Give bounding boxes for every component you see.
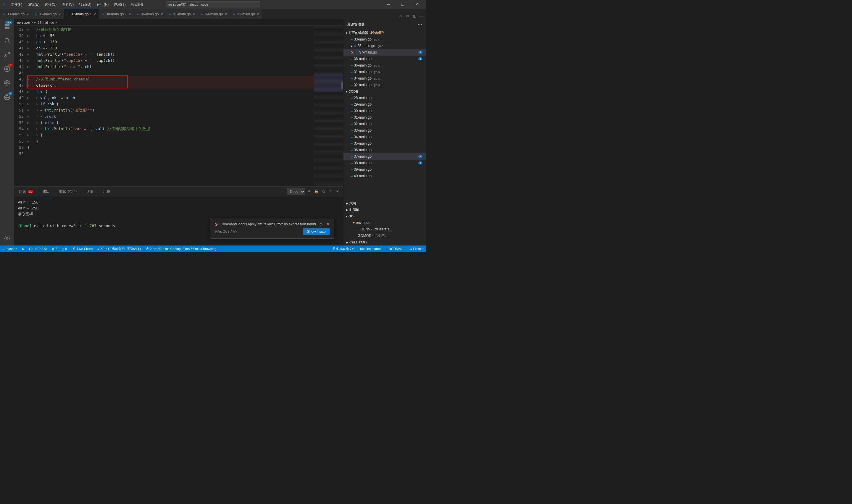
activity-extensions[interactable] xyxy=(0,76,14,90)
tab-36-main[interactable]: ∞ 36-main.go × xyxy=(134,9,166,19)
git-branch-item[interactable]: ⑂ master* xyxy=(0,246,19,252)
breadcrumb: go-super > ∞ 37-main.go > xyxy=(14,19,343,26)
breadcrumb-root[interactable]: go-super xyxy=(17,21,30,24)
sidebar-code-28[interactable]: ∞ 28-main.go xyxy=(343,95,426,101)
go-section[interactable]: ▾ GO xyxy=(343,213,426,219)
tab-34-main[interactable]: ∞ 34-main.go × xyxy=(198,9,230,19)
tab-32-main[interactable]: ∞ 32-main.go × xyxy=(231,9,262,19)
sidebar-code-35[interactable]: ∞ 35-main.go xyxy=(343,140,426,147)
sidebar-code-31[interactable]: ∞ 31-main.go xyxy=(343,114,426,121)
tab-37-main[interactable]: ∞ 37-main.go 1 × xyxy=(64,9,99,19)
sidebar-file-34[interactable]: ∞ 34-main.go go-s... xyxy=(343,75,426,82)
code-section-header[interactable]: ▾ CODE xyxy=(343,88,426,95)
panel-tab-terminal[interactable]: 终端 xyxy=(81,187,98,197)
breadcrumb-file[interactable]: 37-main.go xyxy=(38,21,54,24)
sidebar-code-34[interactable]: ∞ 34-main.go xyxy=(343,134,426,140)
xplot-item[interactable]: ≡ XPLOT 当前分组: 所有(ALL) xyxy=(95,246,143,252)
sidebar-code-39[interactable]: ∞ 39-main.go xyxy=(343,166,426,173)
split-btn[interactable]: ⧉ xyxy=(404,13,411,19)
close-btn[interactable]: ✕ xyxy=(410,0,424,9)
tab-35-main[interactable]: ∞ 35-main.go × xyxy=(32,9,64,19)
tab-31-main[interactable]: ∞ 31-main.go × xyxy=(166,9,198,19)
dot-modified: ● xyxy=(350,44,352,48)
menu-view[interactable]: 查看(V) xyxy=(59,1,76,8)
tab-close-btn[interactable]: × xyxy=(26,12,29,16)
panel-list-btn[interactable]: ≡ xyxy=(306,188,312,195)
sidebar-file-37[interactable]: ✕ ∞ 37-main.go 1 xyxy=(343,49,426,56)
menu-help[interactable]: 帮助(H) xyxy=(129,1,146,8)
menu-edit[interactable]: 编辑(E) xyxy=(25,1,42,8)
code-content[interactable]: ▷ //继续批量存储数据 ▷ ch <- 50 ▷ ch <- 150 ▷ ch… xyxy=(26,26,313,186)
sidebar-code-40[interactable]: ∞ 40-main.go xyxy=(343,173,426,179)
panel-lock-btn[interactable]: 🔒 xyxy=(313,188,320,195)
sidebar-file-31[interactable]: ∞ 31-main.go go-s... xyxy=(343,69,426,75)
panel-up-btn[interactable]: ∧ xyxy=(327,188,334,195)
activity-explorer[interactable]: 1K+ xyxy=(0,19,14,33)
run-btn[interactable]: ▷ xyxy=(397,13,403,19)
sidebar-file-35[interactable]: ● ∞ 35-main.go go-s... xyxy=(343,42,426,49)
layout-btn[interactable]: ◫ xyxy=(411,13,418,19)
tab-close-btn[interactable]: × xyxy=(93,12,96,16)
menu-file[interactable]: 文件(F) xyxy=(8,1,24,8)
tab-close-btn[interactable]: × xyxy=(128,12,131,16)
minimize-btn[interactable]: — xyxy=(382,0,395,9)
panel-tab-debug[interactable]: 调试控制台 xyxy=(54,187,81,197)
coding-time-item[interactable]: ⏱ 2 hrs 42 mins Coding, 2 hrs 36 mins Br… xyxy=(144,246,219,252)
tab-38-main[interactable]: ∞ 38-main.go 1 × xyxy=(99,9,134,19)
show-trace-button[interactable]: Show Trace xyxy=(303,228,330,235)
sidebar-code-37[interactable]: ∞ 37-main.go 1 xyxy=(343,153,426,160)
menu-terminal[interactable]: 终端(T) xyxy=(111,1,128,8)
tab-close-btn[interactable]: × xyxy=(193,12,195,16)
local-file-item[interactable]: 只支持本地文件 xyxy=(330,246,358,252)
sidebar-file-36[interactable]: ∞ 36-main.go go-s... xyxy=(343,62,426,69)
sidebar-file-32[interactable]: ∞ 32-main.go go-s... xyxy=(343,82,426,88)
tab-close-btn[interactable]: × xyxy=(257,12,259,16)
menu-select[interactable]: 选择(S) xyxy=(42,1,59,8)
panel-tab-comments[interactable]: 注释 xyxy=(98,187,115,197)
activity-settings[interactable] xyxy=(0,231,14,246)
sync-item[interactable]: ↻ xyxy=(19,246,26,252)
activity-search[interactable] xyxy=(0,33,14,48)
tab-33-main[interactable]: ∞ 33-main.go × xyxy=(0,9,32,19)
sidebar-code-32[interactable]: ∞ 32-main.go xyxy=(343,121,426,127)
menu-run[interactable]: 运行(R) xyxy=(94,1,111,8)
panel-close-btn[interactable]: ✕ xyxy=(334,188,341,195)
sidebar-file-33[interactable]: ∞ 33-main.go go-s... xyxy=(343,36,426,42)
cell-tags-section[interactable]: ▶ CELL TAGS xyxy=(343,239,426,246)
sidebar-code-38[interactable]: ∞ 38-main.go 1 xyxy=(343,160,426,166)
tab-close-btn[interactable]: × xyxy=(224,12,227,16)
maximize-btn[interactable]: ❐ xyxy=(396,0,410,9)
tab-close-btn[interactable]: × xyxy=(58,12,61,16)
timeline-section[interactable]: ▶ 时间轴 xyxy=(343,206,426,213)
open-editors-section[interactable]: ▾ 打开的编辑器 2个未保存 xyxy=(343,30,426,36)
errors-item[interactable]: ⊗ 2 xyxy=(49,246,59,252)
panel-tab-output[interactable]: 输出 xyxy=(38,187,54,197)
sidebar-code-30[interactable]: ∞ 30-main.go xyxy=(343,108,426,114)
scrollbar-thumb[interactable] xyxy=(341,82,343,89)
more-btn[interactable]: ··· xyxy=(418,13,425,19)
menu-goto[interactable]: 转到(G) xyxy=(77,1,93,8)
output-source-dropdown[interactable]: Code xyxy=(287,188,305,195)
sidebar-code-29[interactable]: ∞ 29-main.go xyxy=(343,101,426,108)
tabnine-item[interactable]: tabnine starter xyxy=(358,246,383,252)
outline-section[interactable]: ▶ 大纲 xyxy=(343,200,426,206)
notification-close-btn[interactable]: ✕ xyxy=(326,222,330,227)
sidebar-code-36[interactable]: ∞ 36-main.go xyxy=(343,147,426,153)
sidebar-code-33[interactable]: ∞ 33-main.go xyxy=(343,127,426,134)
panel-tab-problems[interactable]: 问题 11 xyxy=(14,187,38,197)
notification-settings-btn[interactable]: ⚙ xyxy=(319,222,323,227)
activity-debug[interactable]: 3 xyxy=(0,62,14,76)
live-share-item[interactable]: ⚡ Live Share xyxy=(70,246,95,252)
prettier-item[interactable]: ≡ Prettier xyxy=(408,246,426,252)
activity-source-control[interactable] xyxy=(0,48,14,62)
panel-copy-btn[interactable]: ⧉ xyxy=(320,188,327,195)
activity-remote[interactable]: 1 xyxy=(0,90,14,104)
close-modified-icon[interactable]: ✕ xyxy=(350,50,354,55)
sidebar-file-38[interactable]: ∞ 38-main.go 1 xyxy=(343,56,426,62)
tab-close-btn[interactable]: × xyxy=(161,12,163,16)
title-search[interactable]: go-super\37-main.go - code xyxy=(166,1,260,7)
go-version-item[interactable]: Go 1.19.2 ♻ xyxy=(26,246,49,252)
warnings-item[interactable]: △ 9 xyxy=(59,246,69,252)
sidebar-env-code[interactable]: ▾ env code xyxy=(343,219,426,226)
sidebar-more-btn[interactable]: ··· xyxy=(418,22,422,27)
